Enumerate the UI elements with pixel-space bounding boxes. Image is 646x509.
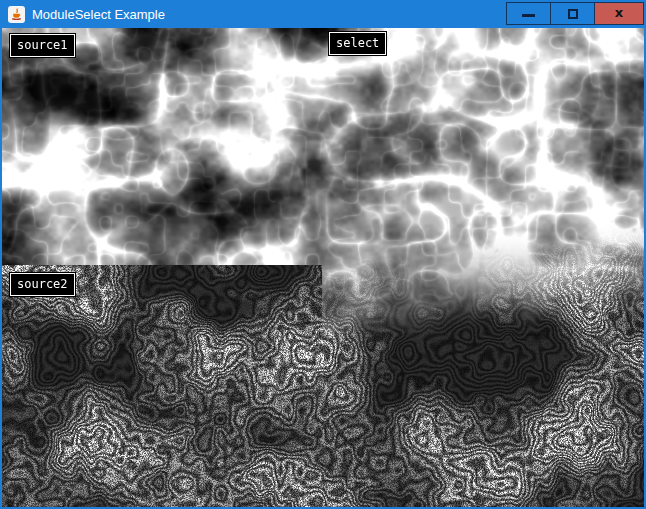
window-title: ModuleSelect Example [32, 7, 165, 22]
source1-render-canvas [2, 28, 322, 265]
label-select: select [329, 32, 386, 55]
maximize-icon [568, 9, 578, 19]
java-icon [8, 6, 25, 23]
minimize-button[interactable] [506, 2, 551, 25]
titlebar[interactable]: ModuleSelect Example x [0, 0, 646, 28]
app-window: ModuleSelect Example x source1 select so… [0, 0, 646, 509]
render-area: source1 select source2 [2, 28, 644, 507]
minimize-icon [522, 14, 535, 17]
maximize-button[interactable] [550, 2, 595, 25]
window-controls: x [506, 2, 644, 25]
source2-render-canvas [2, 265, 322, 507]
close-button[interactable]: x [594, 2, 644, 25]
label-select-text: select [336, 36, 379, 50]
label-source2-text: source2 [17, 277, 68, 291]
label-source1-text: source1 [17, 38, 68, 52]
close-icon: x [615, 6, 623, 19]
label-source1: source1 [10, 34, 75, 57]
label-source2: source2 [10, 273, 75, 296]
